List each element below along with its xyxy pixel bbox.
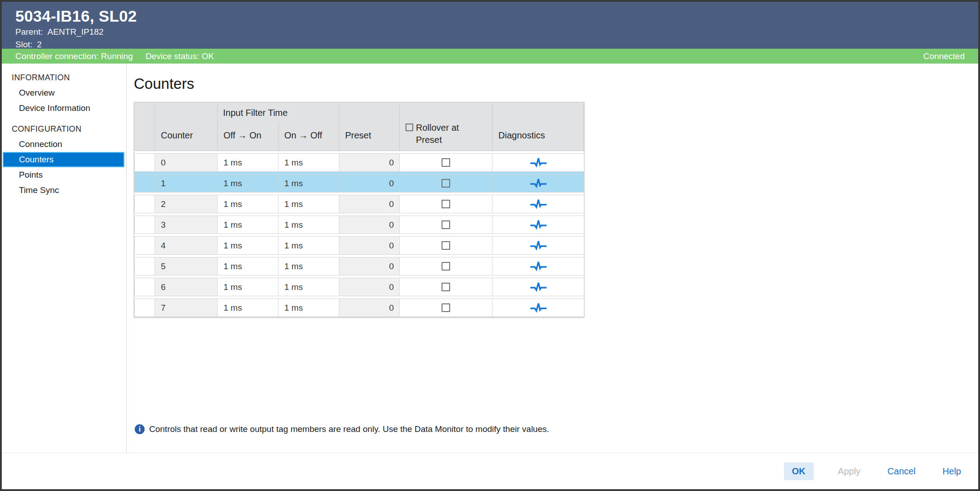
preset-cell: 0 (339, 154, 400, 171)
diagnostics-icon[interactable] (530, 198, 547, 210)
rollover-checkbox[interactable] (442, 220, 450, 229)
rollover-checkbox[interactable] (442, 303, 450, 312)
section-label-information: INFORMATION (2, 70, 126, 85)
sidebar-item-connection[interactable]: Connection (3, 137, 124, 152)
sidebar-item-points[interactable]: Points (3, 167, 124, 183)
rollover-cell (400, 257, 492, 275)
on-to-off-cell[interactable]: 1 ms (278, 195, 339, 213)
header-row-selector (134, 102, 155, 151)
rollover-checkbox[interactable] (442, 158, 450, 167)
rollover-checkbox[interactable] (442, 179, 450, 188)
diagnostics-icon[interactable] (530, 157, 547, 169)
sidebar-item-time-sync[interactable]: Time Sync (3, 183, 124, 198)
preset-cell: 0 (339, 237, 400, 254)
off-to-on-cell[interactable]: 1 ms (218, 278, 278, 296)
preset-cell: 0 (339, 195, 400, 213)
on-to-off-cell[interactable]: 1 ms (278, 299, 339, 317)
sidebar-item-counters[interactable]: Counters (3, 152, 124, 167)
header-group-divider (278, 122, 279, 151)
diagnostics-cell (492, 195, 584, 213)
diagnostics-icon[interactable] (530, 178, 547, 189)
rollover-checkbox[interactable] (442, 200, 450, 208)
device-profile-window: 5034-IB16, SL02 Parent:AENTR_IP182 Slot:… (0, 0, 980, 491)
controller-connection-status: Controller connection: Running (15, 51, 133, 61)
rollover-checkbox[interactable] (442, 262, 450, 271)
preset-cell: 0 (339, 299, 400, 317)
off-to-on-cell[interactable]: 1 ms (218, 154, 278, 171)
rollover-header-text: Rollover at Preset (416, 122, 459, 146)
on-to-off-cell[interactable]: 1 ms (278, 174, 339, 192)
preset-cell: 0 (339, 278, 400, 296)
rollover-cell (400, 299, 492, 317)
section-label-configuration: CONFIGURATION (2, 121, 126, 137)
off-to-on-cell[interactable]: 1 ms (218, 174, 278, 192)
row-selector-cell[interactable] (135, 257, 155, 275)
counters-table: Counter Off → On On → Off Preset Rollove… (134, 102, 584, 317)
header-rollover-at-preset: Rollover at Preset (400, 102, 492, 151)
on-to-off-cell[interactable]: 1 ms (278, 216, 339, 234)
on-to-off-cell[interactable]: 1 ms (278, 154, 339, 171)
help-button[interactable]: Help (940, 463, 964, 480)
connection-state: Connected (923, 51, 965, 61)
off-to-on-cell[interactable]: 1 ms (218, 195, 278, 213)
rollover-checkbox[interactable] (442, 241, 450, 250)
off-to-on-cell[interactable]: 1 ms (218, 257, 278, 275)
counter-cell: 2 (155, 195, 218, 213)
footer-bar: OK Apply Cancel Help (2, 453, 978, 489)
table-row: 4 1 ms 1 ms 0 (134, 234, 584, 255)
readonly-note-text: Controls that read or write output tag m… (149, 424, 549, 434)
table-header: Counter Off → On On → Off Preset Rollove… (134, 102, 584, 151)
table-row: 1 1 ms 1 ms 0 (134, 172, 584, 193)
sidebar-item-device-information[interactable]: Device Information (3, 101, 124, 116)
diagnostics-icon[interactable] (530, 219, 547, 231)
rollover-cell (400, 195, 492, 213)
slot-line: Slot:2 (15, 40, 42, 50)
row-selector-cell[interactable] (135, 195, 155, 213)
off-to-on-cell[interactable]: 1 ms (218, 299, 278, 317)
diagnostics-icon[interactable] (530, 240, 547, 252)
table-row: 5 1 ms 1 ms 0 (134, 255, 584, 275)
row-selector-cell[interactable] (135, 237, 155, 254)
parent-value: AENTR_IP182 (47, 27, 104, 37)
table-row: 2 1 ms 1 ms 0 (134, 193, 584, 213)
off-to-on-cell[interactable]: 1 ms (218, 216, 278, 234)
diagnostics-icon[interactable] (530, 281, 547, 293)
row-selector-cell[interactable] (135, 216, 155, 234)
diagnostics-cell (492, 237, 584, 254)
sidebar-item-overview[interactable]: Overview (3, 85, 124, 101)
device-status: Device status: OK (146, 51, 214, 61)
rollover-checkbox[interactable] (442, 283, 450, 291)
table-body: 0 1 ms 1 ms 0 1 1 ms 1 ms 0 (134, 151, 584, 317)
table-row: 7 1 ms 1 ms 0 (134, 296, 584, 317)
diagnostics-cell (492, 154, 584, 171)
on-to-off-cell[interactable]: 1 ms (278, 257, 339, 275)
off-to-on-cell[interactable]: 1 ms (218, 237, 278, 254)
row-selector-cell[interactable] (135, 278, 155, 296)
device-title: 5034-IB16, SL02 (15, 7, 137, 25)
nav-section-configuration: CONFIGURATION Connection Counters Points… (2, 121, 126, 198)
diagnostics-icon[interactable] (530, 261, 547, 272)
header-counter: Counter (155, 102, 218, 151)
rollover-cell (400, 278, 492, 296)
on-to-off-cell[interactable]: 1 ms (278, 237, 339, 254)
rollover-header-wrap: Rollover at Preset (406, 122, 459, 146)
apply-button[interactable]: Apply (835, 463, 863, 480)
row-selector-cell[interactable] (135, 154, 155, 171)
ok-button[interactable]: OK (784, 463, 814, 480)
preset-cell: 0 (339, 216, 400, 234)
diagnostics-cell (492, 174, 584, 192)
row-selector-cell[interactable] (135, 299, 155, 317)
counter-cell: 7 (155, 299, 218, 317)
diagnostics-cell (492, 257, 584, 275)
diagnostics-icon[interactable] (530, 302, 547, 314)
preset-cell: 0 (339, 257, 400, 275)
rollover-cell (400, 154, 492, 171)
cancel-button[interactable]: Cancel (885, 463, 918, 480)
status-bar: Controller connection: Running Device st… (2, 49, 978, 64)
counter-cell: 3 (155, 216, 218, 234)
parent-line: Parent:AENTR_IP182 (15, 27, 104, 37)
row-selector-cell[interactable] (135, 174, 155, 192)
rollover-all-checkbox[interactable] (406, 124, 413, 131)
on-to-off-cell[interactable]: 1 ms (278, 278, 339, 296)
slot-label: Slot: (15, 40, 32, 49)
